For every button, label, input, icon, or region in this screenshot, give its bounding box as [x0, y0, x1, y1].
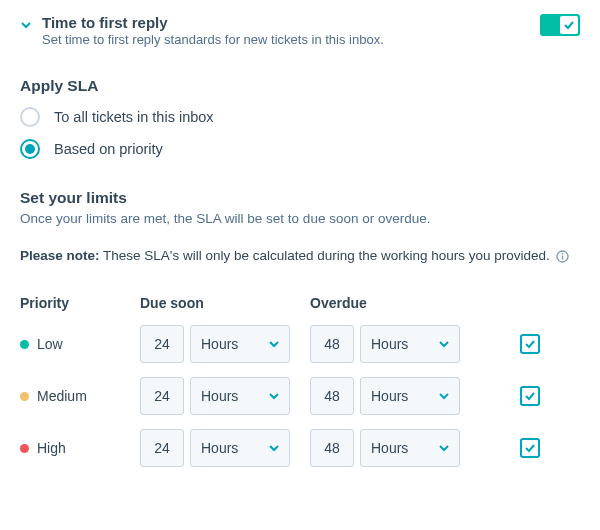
due-soon-value-input[interactable]: [140, 429, 184, 467]
select-value: Hours: [371, 388, 408, 404]
radio-icon: [20, 139, 40, 159]
svg-rect-2: [561, 253, 562, 254]
due-soon-unit-select[interactable]: Hours: [190, 377, 290, 415]
section-title: Time to first reply: [42, 14, 540, 31]
limits-desc: Once your limits are met, the SLA will b…: [20, 211, 580, 226]
overdue-value-input[interactable]: [310, 377, 354, 415]
radio-icon: [20, 107, 40, 127]
row-enable-checkbox[interactable]: [520, 386, 540, 406]
priority-label: High: [37, 440, 66, 456]
due-soon-unit-select[interactable]: Hours: [190, 325, 290, 363]
select-value: Hours: [201, 388, 238, 404]
info-icon[interactable]: [556, 250, 569, 263]
col-overdue: Overdue: [310, 295, 480, 311]
row-enable-checkbox[interactable]: [520, 438, 540, 458]
caret-down-icon: [269, 388, 279, 404]
radio-based-on-priority[interactable]: Based on priority: [20, 139, 580, 159]
overdue-unit-select[interactable]: Hours: [360, 429, 460, 467]
select-value: Hours: [371, 336, 408, 352]
select-value: Hours: [371, 440, 408, 456]
limits-note: Please note: These SLA's will only be ca…: [20, 248, 580, 263]
overdue-value-input[interactable]: [310, 325, 354, 363]
priority-dot-icon: [20, 444, 29, 453]
row-enable-checkbox[interactable]: [520, 334, 540, 354]
priority-label: Medium: [37, 388, 87, 404]
caret-down-icon: [269, 440, 279, 456]
select-value: Hours: [201, 440, 238, 456]
caret-down-icon: [439, 388, 449, 404]
table-row: High Hours Hours: [20, 429, 580, 467]
priority-cell: Low: [20, 336, 140, 352]
radio-label: To all tickets in this inbox: [54, 109, 214, 125]
due-soon-unit-select[interactable]: Hours: [190, 429, 290, 467]
apply-sla-heading: Apply SLA: [20, 77, 580, 95]
chevron-down-icon[interactable]: [20, 18, 34, 34]
section-subtitle: Set time to first reply standards for ne…: [42, 32, 540, 47]
due-soon-value-input[interactable]: [140, 325, 184, 363]
table-row: Medium Hours Hours: [20, 377, 580, 415]
overdue-unit-select[interactable]: Hours: [360, 377, 460, 415]
priority-dot-icon: [20, 392, 29, 401]
limits-heading: Set your limits: [20, 189, 580, 207]
svg-rect-1: [561, 255, 562, 259]
enable-toggle[interactable]: [540, 14, 580, 36]
priority-cell: Medium: [20, 388, 140, 404]
col-due-soon: Due soon: [140, 295, 310, 311]
radio-all-tickets[interactable]: To all tickets in this inbox: [20, 107, 580, 127]
priority-dot-icon: [20, 340, 29, 349]
radio-label: Based on priority: [54, 141, 163, 157]
note-label: Please note:: [20, 248, 100, 263]
col-priority: Priority: [20, 295, 140, 311]
priority-cell: High: [20, 440, 140, 456]
overdue-unit-select[interactable]: Hours: [360, 325, 460, 363]
due-soon-value-input[interactable]: [140, 377, 184, 415]
note-text: These SLA's will only be calculated duri…: [100, 248, 550, 263]
toggle-thumb: [560, 16, 578, 34]
caret-down-icon: [439, 440, 449, 456]
overdue-value-input[interactable]: [310, 429, 354, 467]
caret-down-icon: [439, 336, 449, 352]
table-row: Low Hours Hours: [20, 325, 580, 363]
select-value: Hours: [201, 336, 238, 352]
priority-label: Low: [37, 336, 63, 352]
caret-down-icon: [269, 336, 279, 352]
